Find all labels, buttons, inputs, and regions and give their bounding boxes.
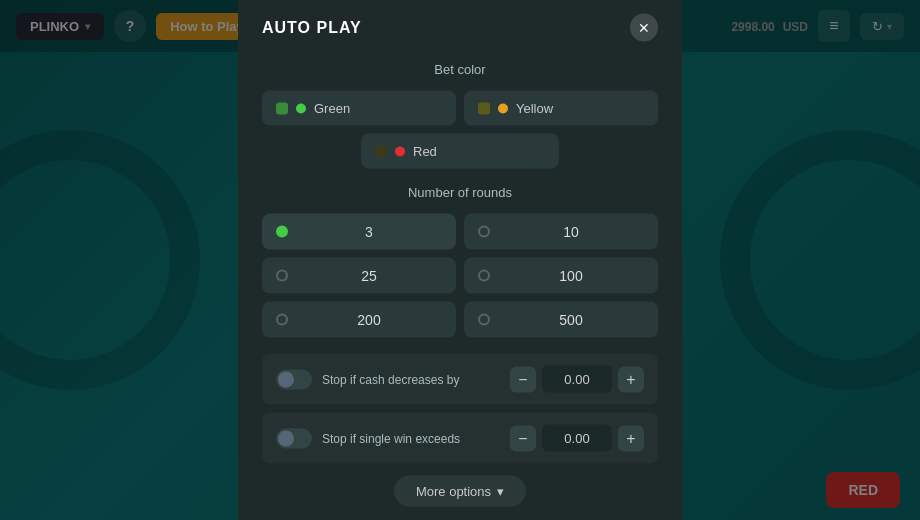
bet-color-label: Bet color [262,62,658,77]
round-value-25: 25 [296,268,442,284]
stop-win-plus-button[interactable]: + [618,425,644,451]
red-label: Red [413,144,437,159]
stop-cash-plus-button[interactable]: + [618,366,644,392]
toggle-knob-cash [278,371,294,387]
round-option-500[interactable]: 500 [464,302,658,338]
round-radio-100 [478,270,490,282]
stop-win-value-area: − 0.00 + [510,425,644,452]
close-button[interactable]: ✕ [630,14,658,42]
red-dot-icon [395,146,405,156]
stop-cash-value-area: − 0.00 + [510,366,644,393]
stop-win-condition: Stop if single win exceeds − 0.00 + [262,413,658,464]
rounds-grid: 3 10 25 100 200 500 [262,214,658,338]
stop-win-value[interactable]: 0.00 [542,425,612,452]
stop-win-minus-button[interactable]: − [510,425,536,451]
rounds-label: Number of rounds [262,185,658,200]
round-value-10: 10 [498,224,644,240]
toggle-knob-win [278,430,294,446]
more-options-label: More options [416,484,491,499]
modal-title: AUTO PLAY [262,19,362,37]
stop-win-label: Stop if single win exceeds [322,431,500,445]
round-radio-500 [478,314,490,326]
more-options-button[interactable]: More options ▾ [394,476,526,507]
green-dot-icon [296,103,306,113]
yellow-indicator [478,102,490,114]
round-value-100: 100 [498,268,644,284]
stop-cash-value[interactable]: 0.00 [542,366,612,393]
round-option-25[interactable]: 25 [262,258,456,294]
stop-cash-label: Stop if cash decreases by [322,372,500,386]
more-options-row: More options ▾ [262,476,658,507]
round-radio-10 [478,226,490,238]
round-option-3[interactable]: 3 [262,214,456,250]
round-value-200: 200 [296,312,442,328]
autoplay-modal: AUTO PLAY ✕ Bet color Green Yellow Red N… [238,0,682,520]
red-indicator [375,145,387,157]
stop-cash-toggle[interactable] [276,369,312,389]
round-option-100[interactable]: 100 [464,258,658,294]
round-value-500: 500 [498,312,644,328]
stop-cash-condition: Stop if cash decreases by − 0.00 + [262,354,658,405]
green-indicator [276,102,288,114]
yellow-label: Yellow [516,101,553,116]
bet-color-grid: Green Yellow [262,91,658,126]
yellow-dot-icon [498,103,508,113]
more-options-chevron-icon: ▾ [497,484,504,499]
color-option-green[interactable]: Green [262,91,456,126]
round-value-3: 3 [296,224,442,240]
round-radio-25 [276,270,288,282]
bet-color-center-row: Red [262,134,658,169]
green-label: Green [314,101,350,116]
stop-cash-minus-button[interactable]: − [510,366,536,392]
rounds-section: Number of rounds 3 10 25 100 200 [262,185,658,338]
color-option-yellow[interactable]: Yellow [464,91,658,126]
stop-win-toggle[interactable] [276,428,312,448]
color-option-red[interactable]: Red [361,134,559,169]
round-option-200[interactable]: 200 [262,302,456,338]
round-option-10[interactable]: 10 [464,214,658,250]
round-radio-3 [276,226,288,238]
modal-header: AUTO PLAY ✕ [262,14,658,42]
round-radio-200 [276,314,288,326]
